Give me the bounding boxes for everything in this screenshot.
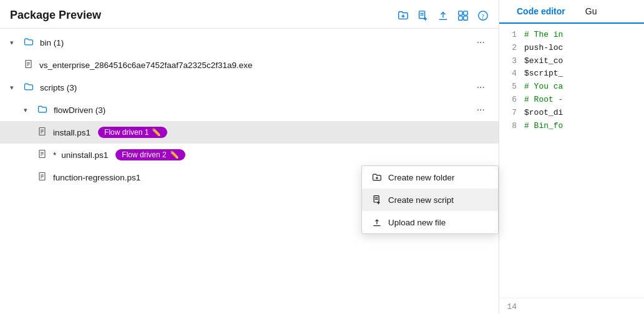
upload-new-icon: [372, 217, 382, 227]
tree-item-flowdriven[interactable]: ▾ flowDriven (3) ···: [0, 99, 499, 121]
flowdriven-chevron: ▾: [24, 106, 32, 114]
svg-rect-9: [459, 11, 462, 14]
function-label: function-regression.ps1: [53, 173, 140, 182]
code-text-1: # The in: [524, 29, 563, 42]
panel-title: Package Preview: [10, 9, 101, 22]
bin-chevron: ▾: [10, 39, 19, 47]
scripts-folder-icon: [24, 82, 34, 94]
bin-content: ▾ bin (1): [10, 37, 473, 49]
install-badge-edit-icon[interactable]: ✏️: [152, 128, 161, 137]
line-num-2: 2: [504, 42, 524, 55]
code-line-3: 3 $exit_co: [499, 55, 644, 68]
code-line-7: 7 $root_di: [499, 107, 644, 120]
code-text-2: push-loc: [524, 42, 563, 55]
line-num-14: 14: [504, 301, 524, 314]
line-num-7: 7: [504, 107, 524, 120]
bin-folder-icon: [24, 37, 34, 49]
code-line-6: 6 # Root -: [499, 94, 644, 107]
menu-create-folder-label: Create new folder: [388, 173, 455, 182]
code-footer: 14: [499, 298, 644, 314]
install-badge-label: Flow driven 1: [104, 128, 149, 137]
guide-tab-label: Gu: [585, 6, 597, 16]
modified-indicator: *: [53, 150, 56, 160]
exe-content: vs_enterprise_2864516c6ae7452faaf7a2325c…: [24, 59, 489, 71]
svg-text:?: ?: [481, 12, 484, 19]
menu-create-script-label: Create new script: [388, 195, 454, 205]
uninstall-badge-label: Flow driven 2: [122, 150, 166, 159]
panel-header: Package Preview: [0, 0, 499, 29]
flowdriven-ellipsis[interactable]: ···: [473, 103, 489, 117]
scripts-label: scripts (3): [40, 83, 77, 92]
collapse-icon[interactable]: [457, 10, 469, 21]
tree-item-scripts[interactable]: ▾ scripts (3) ···: [0, 76, 499, 99]
uninstall-script-icon: [37, 149, 47, 160]
code-text-7: $root_di: [524, 107, 563, 120]
function-script-icon: [37, 172, 47, 183]
exe-file-icon: [24, 59, 33, 71]
scripts-chevron: ▾: [10, 84, 19, 92]
code-line-14: 14: [499, 301, 644, 314]
flowdriven-folder-icon: [37, 104, 47, 116]
help-icon[interactable]: ?: [477, 10, 489, 21]
menu-item-create-folder[interactable]: Create new folder: [362, 166, 498, 189]
new-script-icon[interactable]: [417, 10, 429, 21]
code-line-1: 1 # The in: [499, 29, 644, 42]
flowdriven-content: ▾ flowDriven (3): [24, 104, 473, 116]
menu-upload-file-label: Upload new file: [388, 218, 446, 227]
new-folder-icon[interactable]: [398, 10, 409, 21]
tree-item-exe[interactable]: vs_enterprise_2864516c6ae7452faaf7a2325c…: [0, 54, 499, 76]
code-text-6: # Root -: [524, 94, 563, 107]
right-panel: Code editor Gu 1 # The in 2 push-loc 3 $…: [499, 0, 644, 314]
tab-code-editor[interactable]: Code editor: [507, 0, 575, 24]
code-editor-tab-label: Code editor: [517, 6, 565, 16]
scripts-content: ▾ scripts (3): [10, 82, 473, 94]
svg-rect-12: [464, 16, 467, 19]
bin-ellipsis[interactable]: ···: [473, 36, 489, 49]
line-num-6: 6: [504, 94, 524, 107]
left-panel: Package Preview: [0, 0, 499, 314]
line-num-4: 4: [504, 67, 524, 81]
flowdriven-label: flowDriven (3): [54, 105, 105, 115]
tree-item-bin[interactable]: ▾ bin (1) ···: [0, 31, 499, 54]
uninstall-label: uninstall.ps1: [61, 150, 108, 160]
line-num-8: 8: [504, 120, 524, 133]
context-menu: Create new folder Create new script: [361, 165, 499, 234]
install-script-icon: [37, 127, 47, 138]
svg-rect-10: [464, 11, 467, 14]
code-line-2: 2 push-loc: [499, 42, 644, 55]
uninstall-badge-edit-icon[interactable]: ✏️: [170, 150, 179, 159]
code-text-5: # You ca: [524, 81, 563, 94]
code-text-4: $script_: [524, 67, 563, 81]
main-container: Package Preview: [0, 0, 644, 314]
toolbar-icons: ?: [398, 10, 489, 21]
svg-rect-11: [459, 16, 462, 19]
uninstall-flow-badge[interactable]: Flow driven 2 ✏️: [115, 149, 185, 160]
folder-plus-icon: [372, 172, 382, 182]
menu-item-create-script[interactable]: Create new script: [362, 189, 498, 211]
uninstall-content: * uninstall.ps1 Flow driven 2 ✏️: [37, 149, 489, 160]
code-line-4: 4 $script_: [499, 67, 644, 81]
code-line-8: 8 # Bin_fo: [499, 120, 644, 133]
code-text-8: # Bin_fo: [524, 120, 563, 133]
line-num-5: 5: [504, 81, 524, 94]
menu-item-upload-file[interactable]: Upload new file: [362, 211, 498, 233]
scripts-ellipsis[interactable]: ···: [473, 81, 489, 94]
script-new-icon: [372, 195, 382, 205]
code-line-5: 5 # You ca: [499, 81, 644, 94]
bin-label: bin (1): [40, 38, 64, 47]
editor-tabs: Code editor Gu: [499, 0, 644, 24]
code-area: 1 # The in 2 push-loc 3 $exit_co 4 $scri…: [499, 24, 644, 298]
install-flow-badge[interactable]: Flow driven 1 ✏️: [98, 127, 167, 138]
upload-icon[interactable]: [437, 10, 449, 21]
tree-item-install[interactable]: install.ps1 Flow driven 1 ✏️: [0, 121, 499, 144]
install-label: install.ps1: [53, 128, 90, 137]
line-num-1: 1: [504, 29, 524, 42]
tree-item-uninstall[interactable]: * uninstall.ps1 Flow driven 2 ✏️: [0, 144, 499, 166]
exe-label: vs_enterprise_2864516c6ae7452faaf7a2325c…: [39, 61, 253, 70]
install-content: install.ps1 Flow driven 1 ✏️: [37, 127, 489, 138]
line-num-3: 3: [504, 55, 524, 68]
code-text-3: $exit_co: [524, 55, 563, 68]
tab-guide[interactable]: Gu: [575, 0, 607, 24]
